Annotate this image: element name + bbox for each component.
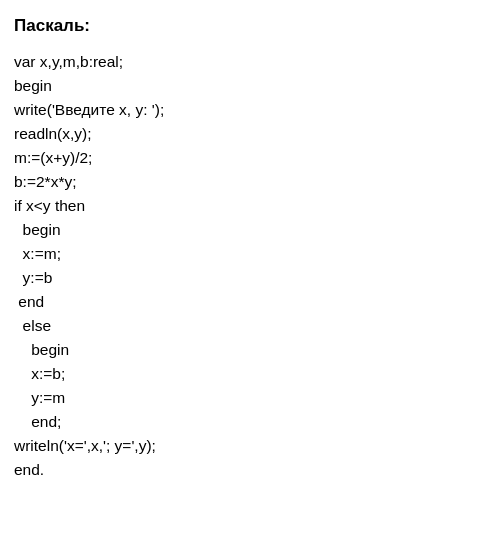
code-line: if x<y then	[14, 194, 486, 218]
code-line: begin	[14, 338, 486, 362]
page-title: Паскаль:	[14, 16, 486, 36]
code-line: begin	[14, 218, 486, 242]
code-block: var x,y,m,b:real;beginwrite('Введите x, …	[14, 50, 486, 482]
code-line: var x,y,m,b:real;	[14, 50, 486, 74]
code-line: write('Введите x, y: ');	[14, 98, 486, 122]
code-line: b:=2*x*y;	[14, 170, 486, 194]
code-line: end;	[14, 410, 486, 434]
code-line: x:=b;	[14, 362, 486, 386]
code-line: y:=m	[14, 386, 486, 410]
code-line: end	[14, 290, 486, 314]
code-line: y:=b	[14, 266, 486, 290]
code-line: else	[14, 314, 486, 338]
code-line: readln(x,y);	[14, 122, 486, 146]
code-line: m:=(x+y)/2;	[14, 146, 486, 170]
code-line: begin	[14, 74, 486, 98]
code-line: writeln('x=',x,'; y=',y);	[14, 434, 486, 458]
code-line: end.	[14, 458, 486, 482]
code-line: x:=m;	[14, 242, 486, 266]
